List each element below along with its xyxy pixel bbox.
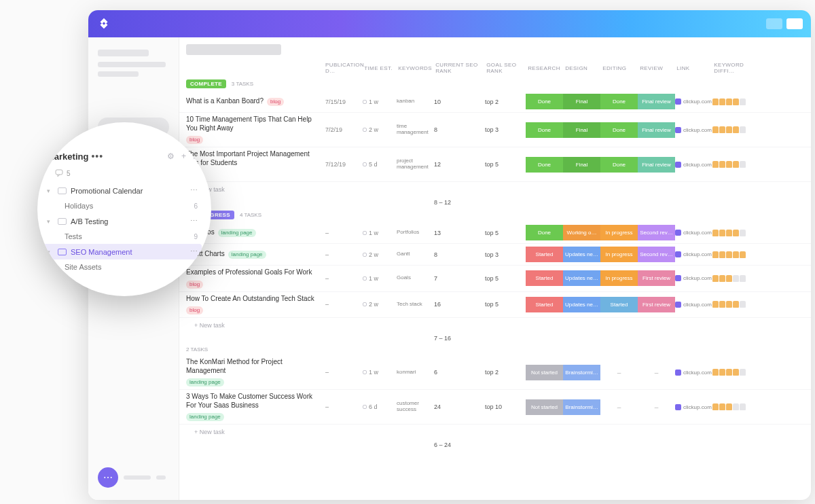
status-cell[interactable]: Updates ne…	[563, 270, 600, 286]
time-estimate[interactable]: 1 w	[363, 230, 397, 236]
topbar-button-a[interactable]	[766, 18, 782, 29]
pub-date[interactable]: –	[325, 369, 363, 376]
more-icon[interactable]: ⋯	[190, 247, 198, 256]
task-tag[interactable]: blog	[186, 281, 203, 289]
task-title[interactable]: 10 Time Management Tips That Can Help Yo…	[186, 115, 321, 132]
status-cell[interactable]: Not started	[526, 399, 563, 415]
task-row[interactable]: Portfolioslanding page – 1 w Portfolios …	[179, 222, 811, 244]
task-row[interactable]: Gantt Chartslanding page – 2 w Gantt 8 t…	[179, 244, 811, 266]
status-cell[interactable]: Done	[526, 122, 563, 138]
task-row[interactable]: The KonMari Method for Project Managemen…	[179, 355, 811, 390]
status-cell[interactable]: Final review	[638, 157, 675, 173]
pub-date[interactable]: –	[325, 251, 363, 258]
goal-rank[interactable]: top 5	[485, 161, 526, 168]
status-cell[interactable]: First review	[638, 297, 675, 312]
task-tag[interactable]: landing page	[186, 413, 224, 421]
task-tag[interactable]: landing page	[228, 251, 266, 259]
status-cell[interactable]: Started	[526, 270, 563, 286]
task-title[interactable]: How To Create An Outstanding Tech Stack	[186, 295, 314, 304]
sidebar-list[interactable]: Site Assets6	[43, 259, 202, 274]
status-cell[interactable]: Final	[563, 94, 600, 109]
time-estimate[interactable]: 1 w	[363, 369, 397, 376]
comment-count[interactable]: 5	[67, 170, 71, 177]
gear-icon[interactable]: ⚙	[167, 151, 175, 161]
status-cell[interactable]: Not started	[526, 365, 563, 380]
status-cell[interactable]: Done	[526, 157, 563, 173]
sidebar-folder[interactable]: ▾SEO Management⋯	[43, 244, 202, 259]
more-icon[interactable]: ⋯	[190, 186, 198, 195]
chevron-down-icon[interactable]: ▾	[47, 249, 54, 255]
more-icon[interactable]: ⋯	[190, 217, 198, 226]
time-estimate[interactable]: 1 w	[363, 98, 397, 105]
status-cell[interactable]: Final	[563, 157, 600, 173]
goal-rank[interactable]: top 5	[485, 301, 526, 308]
task-tag[interactable]: blog	[267, 98, 284, 106]
new-task-button[interactable]: + New task	[179, 182, 811, 197]
pub-date[interactable]: 7/12/19	[325, 161, 363, 168]
chevron-down-icon[interactable]: ▾	[47, 187, 54, 194]
status-cell[interactable]: Started	[526, 297, 563, 312]
goal-rank[interactable]: top 10	[485, 403, 526, 410]
status-cell[interactable]: Done	[600, 94, 638, 109]
keywords[interactable]: time management	[397, 124, 434, 136]
pub-date[interactable]: 7/2/19	[325, 126, 363, 133]
col-design[interactable]: DESIGN	[564, 65, 602, 71]
col-pub[interactable]: PUBLICATION D…	[325, 62, 364, 74]
status-cell[interactable]: Started	[526, 247, 563, 262]
time-estimate[interactable]: 2 w	[363, 126, 397, 133]
topbar-button-b[interactable]	[786, 18, 803, 29]
keywords[interactable]: kanban	[397, 98, 434, 105]
task-title[interactable]: The KonMari Method for Project Managemen…	[186, 358, 321, 375]
status-cell[interactable]: In progress	[600, 247, 638, 262]
pub-date[interactable]: –	[325, 275, 363, 282]
goal-rank[interactable]: top 5	[485, 230, 526, 236]
time-estimate[interactable]: 1 w	[363, 275, 397, 282]
pub-date[interactable]: –	[325, 230, 363, 236]
status-cell[interactable]: Done	[526, 94, 563, 109]
link-cell[interactable]: clickup.com	[675, 127, 712, 133]
link-cell[interactable]: clickup.com	[675, 275, 712, 281]
keywords[interactable]: Tech stack	[397, 302, 434, 308]
status-cell[interactable]: Updates ne…	[563, 247, 600, 262]
link-cell[interactable]: clickup.com	[675, 251, 712, 257]
col-time[interactable]: TIME EST.	[364, 65, 398, 71]
space-more-icon[interactable]: •••	[91, 151, 103, 162]
time-estimate[interactable]: 5 d	[363, 161, 397, 168]
goal-rank[interactable]: top 3	[485, 251, 526, 258]
col-diff[interactable]: KEYWORD DIFFI…	[714, 62, 753, 74]
task-title[interactable]: Examples of Professional Goals For Work	[186, 268, 312, 277]
goal-rank[interactable]: top 3	[485, 126, 526, 133]
status-cell[interactable]: In progress	[600, 270, 638, 286]
col-research[interactable]: RESEARCH	[527, 65, 564, 71]
task-tag[interactable]: blog	[186, 306, 203, 314]
status-cell[interactable]: Second rev…	[638, 247, 675, 262]
new-task-button[interactable]: + New task	[179, 318, 811, 333]
current-rank[interactable]: 16	[434, 301, 485, 308]
pub-date[interactable]: –	[325, 301, 363, 308]
task-row[interactable]: What is a Kanban Board?blog 7/15/19 1 w …	[179, 91, 811, 113]
sidebar-list[interactable]: Holidays6	[43, 198, 202, 213]
current-rank[interactable]: 8	[434, 126, 485, 133]
current-rank[interactable]: 13	[434, 230, 485, 236]
pub-date[interactable]: –	[325, 403, 363, 410]
col-link[interactable]: LINK	[676, 65, 714, 71]
current-rank[interactable]: 7	[434, 275, 485, 282]
status-cell[interactable]: In progress	[600, 225, 638, 240]
time-estimate[interactable]: 2 w	[363, 301, 397, 308]
link-cell[interactable]: clickup.com	[675, 370, 712, 376]
status-cell[interactable]: Done	[600, 157, 638, 173]
status-cell[interactable]: Brainstormi…	[563, 365, 600, 380]
new-task-button[interactable]: + New task	[179, 425, 811, 439]
link-cell[interactable]: clickup.com	[675, 162, 712, 168]
keywords[interactable]: customer success	[397, 401, 434, 413]
col-review[interactable]: REVIEW	[639, 65, 676, 71]
status-cell[interactable]: Started	[600, 297, 638, 312]
pub-date[interactable]: 7/15/19	[325, 98, 363, 105]
link-cell[interactable]: clickup.com	[675, 302, 712, 308]
task-title[interactable]: What is a Kanban Board?	[186, 97, 264, 106]
col-cur[interactable]: CURRENT SEO RANK	[435, 62, 486, 74]
status-cell[interactable]: Done	[600, 122, 638, 138]
col-kw[interactable]: KEYWORDS	[398, 65, 435, 71]
space-title[interactable]: Marketing	[47, 151, 88, 162]
task-row[interactable]: 10 Time Management Tips That Can Help Yo…	[179, 113, 811, 147]
